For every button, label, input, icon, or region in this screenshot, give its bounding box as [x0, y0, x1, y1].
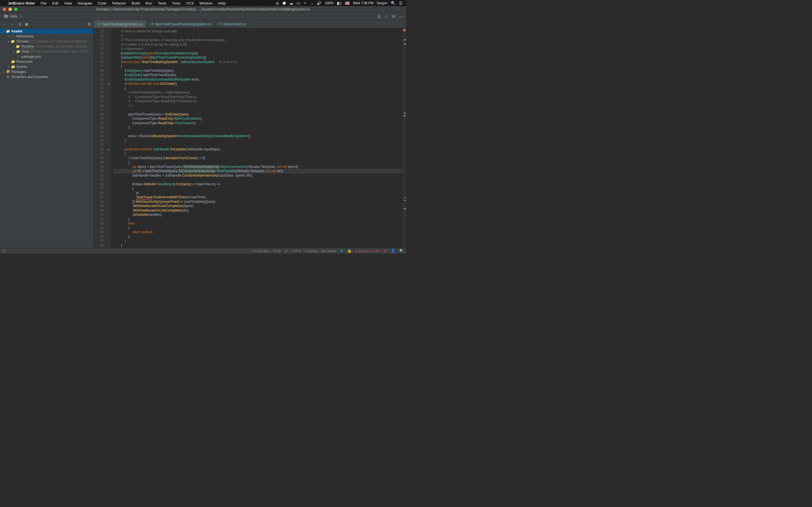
- search-icon[interactable]: 🔍: [399, 249, 404, 253]
- warning-marker[interactable]: [404, 209, 406, 209]
- expand-toggle[interactable]: ▸: [12, 50, 16, 53]
- expand-toggle[interactable]: ▸: [7, 35, 11, 38]
- battery-icon[interactable]: ▮▯: [337, 1, 342, 5]
- warning-marker[interactable]: [404, 40, 406, 40]
- menu-window[interactable]: Window: [197, 1, 215, 5]
- battery-percent: 100%: [325, 1, 334, 5]
- target-icon[interactable]: ◎: [376, 13, 382, 19]
- show-icon[interactable]: ▣: [24, 22, 29, 26]
- warning-marker[interactable]: [404, 44, 406, 45]
- error-stripe[interactable]: !: [403, 28, 406, 248]
- folder-icon: 📁: [11, 60, 15, 64]
- tree-row[interactable]: ▸⬚References: [0, 34, 93, 39]
- line-separator[interactable]: LF: [285, 249, 288, 252]
- expand-toggle[interactable]: ▾: [2, 30, 6, 33]
- bluetooth-icon[interactable]: ⌵: [311, 1, 313, 5]
- tree-row[interactable]: ⌬Scratches and Consoles: [0, 74, 93, 79]
- analysis-indicator[interactable]: !: [403, 29, 406, 32]
- menu-edit[interactable]: Edit: [49, 1, 61, 5]
- forward-icon[interactable]: →: [10, 22, 14, 26]
- gear-icon[interactable]: ⚙: [87, 22, 91, 27]
- warning-marker[interactable]: [404, 115, 406, 116]
- menu-build[interactable]: Build: [129, 1, 143, 5]
- tab-label: EditorAction.cs: [223, 22, 246, 26]
- menu-run[interactable]: Run: [143, 1, 155, 5]
- line-number-gutter[interactable]: 1920212223242526272829303132333435363738…: [94, 28, 105, 248]
- unity-label: Unity: [10, 14, 17, 18]
- tab-label: NoteTimeBakingSystem.cs: [102, 22, 143, 26]
- volume-icon[interactable]: 🔊: [317, 1, 321, 5]
- warning-marker[interactable]: [404, 113, 406, 114]
- editor-tab[interactable]: C#BpmTimeTravelProcessingSystem.cs: [146, 20, 214, 28]
- menu-navigate[interactable]: Navigate: [75, 1, 95, 5]
- lang-badge: C#: [150, 22, 153, 25]
- menu-icon[interactable]: ☰: [399, 1, 403, 5]
- menu-view[interactable]: View: [61, 1, 75, 5]
- project-tree[interactable]: ▾📁Assets▸⬚References▾📁Onmaku(E7.Onmaku, …: [0, 28, 93, 248]
- pkg-icon: 📦: [6, 70, 10, 74]
- tree-row[interactable]: ▸📁Scenes: [0, 64, 93, 69]
- main-toolbar: Unity ▼ ◎ ⤢ ✲ —: [0, 12, 406, 20]
- window-titlebar: Onmaku [~/Documents/Unity Projects/Inter…: [0, 6, 406, 12]
- tool-window-toggle[interactable]: [2, 249, 5, 252]
- code-editor[interactable]: /// have to follow the linkage manually.…: [111, 28, 403, 248]
- tree-label: Resources: [16, 60, 33, 64]
- tree-label: Onmaku: [16, 40, 29, 43]
- inspector-icon[interactable]: 👤: [391, 249, 395, 253]
- file-encoding[interactable]: UTF-8: [292, 249, 301, 252]
- expand-icon[interactable]: ⤢: [384, 13, 389, 19]
- menu-vcs[interactable]: VCS: [183, 1, 197, 5]
- menu-code[interactable]: Code: [95, 1, 109, 5]
- spotlight-icon[interactable]: 🔍: [391, 1, 396, 5]
- wifi-icon[interactable]: ᯤ: [304, 1, 308, 5]
- tree-row[interactable]: 📁Resources: [0, 59, 93, 64]
- no-entry-icon[interactable]: ⊘: [384, 249, 387, 253]
- username[interactable]: 5argon: [377, 1, 388, 5]
- cloud-icon[interactable]: ☁: [289, 1, 293, 5]
- flag-icon[interactable]: 🇺🇸: [345, 1, 350, 5]
- close-window-button[interactable]: [3, 8, 6, 11]
- expand-toggle[interactable]: ▸: [2, 70, 6, 73]
- menu-tests[interactable]: Tests: [155, 1, 169, 5]
- menu-refactor[interactable]: Refactor: [109, 1, 129, 5]
- back-icon[interactable]: ←: [2, 22, 7, 26]
- collapse-icon[interactable]: —: [398, 13, 404, 19]
- indent-setting[interactable]: 4 spaces: [305, 249, 317, 252]
- minimize-window-button[interactable]: [8, 8, 12, 11]
- dropbox-icon[interactable]: ⬢: [283, 1, 286, 5]
- editor-tab[interactable]: C#EditorAction.cs: [215, 20, 250, 28]
- editor-area: C#NoteTimeBakingSystem.csC#BpmTimeTravel…: [94, 12, 406, 248]
- caret-position[interactable]: 51:49: [273, 249, 281, 252]
- menu-help[interactable]: Help: [215, 1, 229, 5]
- context-label[interactable]: E7.Onmaku: [253, 249, 269, 252]
- editor-tab[interactable]: C#NoteTimeBakingSystem.cs: [94, 20, 146, 28]
- tree-row[interactable]: ▸📁Tests(E7.Onmaku.SimfileEditor.Tests, E…: [0, 49, 93, 54]
- settings-icon[interactable]: ✲: [391, 13, 396, 19]
- expand-toggle[interactable]: ▸: [12, 45, 16, 48]
- lock-icon[interactable]: 🔒: [347, 249, 352, 253]
- error-marker[interactable]: [404, 200, 406, 201]
- error-marker[interactable]: [404, 197, 406, 198]
- app-name[interactable]: JetBrains Rider: [5, 1, 38, 5]
- vcs-icon[interactable]: V: [340, 249, 343, 253]
- tree-row[interactable]: {}package.json: [0, 54, 93, 59]
- errors-indicator[interactable]: ● 2 errors in 1 file: [356, 249, 380, 252]
- expand-toggle[interactable]: ▾: [7, 40, 11, 43]
- tree-row[interactable]: ▸📦Packages: [0, 69, 93, 74]
- project-toolbar: ← → ⇲ ▣ ⚙: [0, 20, 93, 28]
- git-branch[interactable]: Git: master: [321, 249, 336, 252]
- menu-tools[interactable]: Tools: [169, 1, 183, 5]
- unity-platform-selector[interactable]: Unity ▼: [0, 12, 26, 20]
- menu-file[interactable]: File: [38, 1, 49, 5]
- expand-toggle[interactable]: ▸: [7, 65, 11, 68]
- tree-row[interactable]: ▾📁Assets: [0, 29, 93, 34]
- display-icon[interactable]: ▭: [297, 1, 300, 5]
- zoom-window-button[interactable]: [14, 8, 17, 11]
- marker-gutter[interactable]: ↑o↑o: [105, 28, 111, 248]
- eye-icon[interactable]: ◎: [276, 1, 279, 5]
- tree-row[interactable]: ▾📁Onmaku(E7.Onmaku, E7.Onmaku.SimfileEdi…: [0, 39, 93, 44]
- flatten-icon[interactable]: ⇲: [17, 22, 21, 26]
- tree-label: Packages: [11, 70, 26, 74]
- clock[interactable]: Wed 7:06 PM: [353, 1, 373, 5]
- tree-row[interactable]: ▸📁Runtime(E7.Onmaku, E7.Onmaku.SimfileEd…: [0, 44, 93, 49]
